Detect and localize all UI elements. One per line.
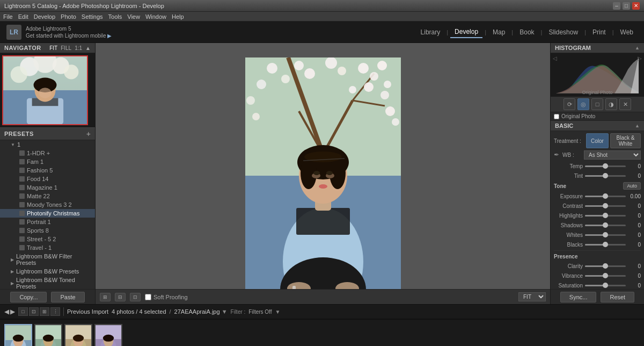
highlight-clipping-icon[interactable]: ◁ — [553, 55, 557, 61]
wb-eyedropper-icon[interactable]: ✒ — [554, 151, 562, 160]
zoom-dropdown[interactable]: FIT FILL 1:1 — [518, 292, 546, 301]
whites-slider[interactable] — [585, 234, 626, 236]
menu-edit[interactable]: Edit — [18, 13, 28, 20]
nav-fill[interactable]: FILL — [61, 45, 71, 51]
close-button[interactable]: ✕ — [632, 2, 640, 10]
nav-next-icon[interactable]: ▶ — [10, 308, 15, 315]
adjustment-brush-icon[interactable]: ◎ — [577, 98, 589, 110]
maximize-button[interactable]: □ — [623, 2, 630, 10]
preset-item-magazine[interactable]: Magazine 1 — [0, 183, 95, 192]
vibrance-slider[interactable] — [585, 275, 626, 277]
highlights-slider[interactable] — [585, 215, 626, 217]
filmstrip-thumb-2[interactable] — [34, 324, 62, 347]
presets-add-button[interactable]: + — [86, 129, 91, 138]
paste-button[interactable]: Paste — [51, 292, 84, 302]
temp-slider[interactable] — [585, 165, 626, 167]
blacks-slider[interactable] — [585, 244, 626, 246]
preset-item-portrait[interactable]: Portrait 1 — [0, 218, 95, 226]
nav-web[interactable]: Web — [616, 27, 638, 38]
clarity-thumb[interactable] — [603, 263, 608, 269]
nav-prev-icon[interactable]: ◀ — [4, 308, 9, 315]
view-compare-icon[interactable]: ⊡ — [29, 307, 39, 316]
clarity-slider[interactable] — [585, 265, 626, 267]
logo-sub[interactable]: Get started with Lightroom mobile ▶ — [26, 32, 112, 39]
contrast-slider[interactable] — [585, 205, 626, 207]
blacks-thumb[interactable] — [603, 242, 608, 247]
crop-tool-icon[interactable]: ⟳ — [564, 98, 575, 110]
preset-item-sports[interactable]: Sports 8 — [0, 226, 95, 235]
soft-proofing-checkbox[interactable] — [145, 294, 151, 300]
preset-item-travel[interactable]: Travel - 1 — [0, 243, 95, 252]
saturation-thumb[interactable] — [603, 283, 608, 288]
presets-header[interactable]: Presets + — [0, 127, 95, 140]
radial-filter-icon[interactable]: ◑ — [605, 98, 617, 110]
whites-thumb[interactable] — [603, 232, 608, 237]
shadow-clipping-icon[interactable]: ▷ — [638, 55, 642, 61]
nav-fit[interactable]: FIT — [49, 45, 57, 51]
color-button[interactable]: Color — [586, 133, 609, 148]
wb-select[interactable]: As Shot Auto Daylight Custom — [584, 150, 641, 160]
reset-button[interactable]: Reset — [601, 292, 634, 302]
menu-help[interactable]: Help — [172, 13, 184, 20]
highlights-thumb[interactable] — [603, 213, 608, 218]
tint-slider[interactable] — [585, 175, 626, 177]
saturation-slider[interactable] — [585, 285, 626, 286]
user-preset-group-header[interactable]: ▼ 1 — [0, 140, 95, 149]
menu-photo[interactable]: Photo — [61, 13, 76, 20]
auto-tone-button[interactable]: Auto — [623, 182, 641, 190]
preset-item-fam[interactable]: Fam 1 — [0, 157, 95, 166]
preset-item-food[interactable]: Food 14 — [0, 175, 95, 183]
lr-bw-filter-group[interactable]: ▶ Lightroom B&W Filter Presets — [0, 252, 95, 267]
tint-thumb[interactable] — [603, 173, 608, 178]
sync-button[interactable]: Sync... — [560, 292, 597, 302]
preset-item-moody[interactable]: Moody Tones 3 2 — [0, 200, 95, 209]
filename-dropdown-icon[interactable]: ▼ — [222, 308, 228, 315]
graduated-filter-icon[interactable]: □ — [591, 98, 603, 110]
filter-dropdown-icon[interactable]: ▼ — [275, 309, 281, 315]
shadows-thumb[interactable] — [603, 222, 608, 228]
histogram-header[interactable]: Histogram ▲ — [551, 43, 644, 53]
nav-1to1[interactable]: 1:1 — [75, 45, 82, 51]
nav-map[interactable]: Map — [488, 27, 509, 38]
shadows-slider[interactable] — [585, 225, 626, 226]
exposure-thumb[interactable] — [603, 193, 608, 199]
preset-item-hdr[interactable]: 1-HDR + — [0, 149, 95, 157]
filmstrip-thumb-1[interactable] — [4, 324, 32, 347]
filmstrip-thumb-3[interactable] — [64, 324, 92, 347]
nav-develop[interactable]: Develop — [450, 26, 482, 38]
lr-bw-toned-group[interactable]: ▶ Lightroom B&W Toned Presets — [0, 276, 95, 289]
view-survey-icon[interactable]: ⊞ — [40, 307, 49, 316]
basic-header[interactable]: Basic ▲ — [551, 121, 644, 131]
view-mode-btn1[interactable]: ⊞ — [100, 293, 111, 301]
nav-print[interactable]: Print — [588, 27, 610, 38]
nav-library[interactable]: Library — [416, 27, 445, 38]
menu-window[interactable]: Window — [145, 13, 166, 20]
copy-button[interactable]: Copy... — [10, 292, 47, 302]
bw-button[interactable]: Black & White — [610, 133, 641, 148]
view-mode-btn2[interactable]: ⊟ — [115, 293, 126, 301]
contrast-thumb[interactable] — [603, 203, 608, 208]
view-single-icon[interactable]: □ — [18, 307, 28, 316]
original-photo-checkbox[interactable] — [554, 114, 559, 119]
nav-book[interactable]: Book — [515, 27, 538, 38]
temp-thumb[interactable] — [603, 163, 608, 169]
exposure-slider[interactable] — [585, 196, 626, 197]
navigator-header[interactable]: Navigator FIT FILL 1:1 ▲ — [0, 43, 95, 53]
lr-bw-group[interactable]: ▶ Lightroom B&W Presets — [0, 267, 95, 276]
soft-proofing-toggle[interactable]: Soft Proofing — [145, 294, 188, 300]
preset-item-street[interactable]: Street - 5 2 — [0, 235, 95, 243]
preset-item-fashion[interactable]: Fashion 5 — [0, 166, 95, 175]
menu-settings[interactable]: Settings — [82, 13, 103, 20]
menu-tools[interactable]: Tools — [108, 13, 122, 20]
menu-view[interactable]: View — [127, 13, 140, 20]
view-grid-icon[interactable]: ⋮ — [50, 307, 60, 316]
view-mode-btn3[interactable]: ⊡ — [130, 293, 141, 301]
red-eye-icon[interactable]: ✕ — [619, 98, 631, 110]
menu-develop[interactable]: Develop — [34, 13, 55, 20]
nav-slideshow[interactable]: Slideshow — [544, 27, 582, 38]
minimize-button[interactable]: – — [613, 2, 620, 10]
vibrance-thumb[interactable] — [603, 273, 608, 278]
menu-file[interactable]: File — [3, 13, 13, 20]
preset-item-matte[interactable]: Matte 22 — [0, 192, 95, 200]
filmstrip-thumb-4[interactable] — [94, 324, 122, 347]
